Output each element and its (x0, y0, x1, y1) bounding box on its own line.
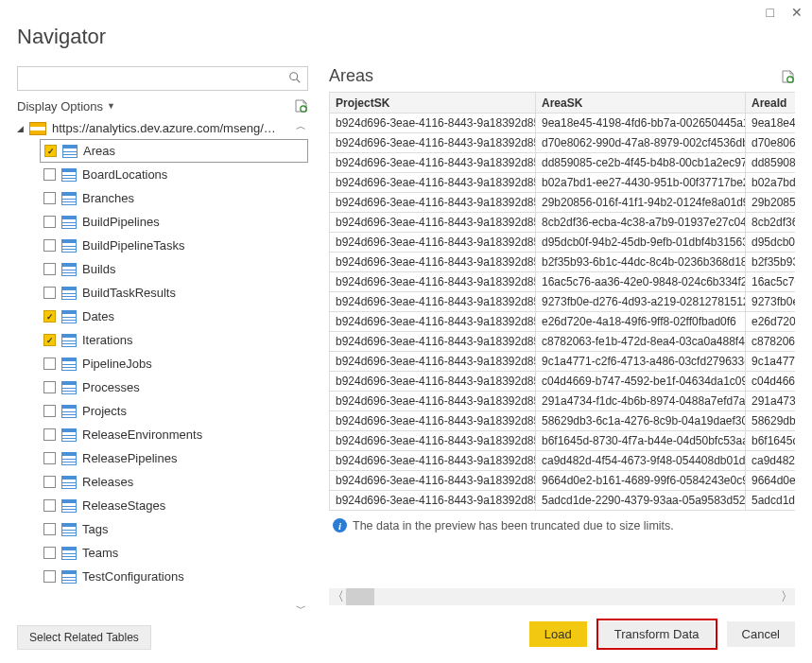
tree-scrollbar[interactable]: ︿ ﹀ (293, 119, 308, 616)
cell: 9273fb0e (746, 292, 796, 312)
tree-item-releasestages[interactable]: ReleaseStages (40, 494, 308, 517)
table-row[interactable]: b924d696-3eae-4116-8443-9a18392d85449273… (330, 292, 796, 312)
table-row[interactable]: b924d696-3eae-4116-8443-9a18392d85449ea1… (330, 113, 796, 133)
table-row[interactable]: b924d696-3eae-4116-8443-9a18392d8544dd85… (330, 153, 796, 173)
checkbox[interactable] (43, 405, 56, 417)
checkbox[interactable] (43, 452, 56, 464)
checkbox[interactable] (43, 570, 56, 583)
table-row[interactable]: b924d696-3eae-4116-8443-9a18392d8544ca9d… (330, 451, 796, 471)
table-row[interactable]: b924d696-3eae-4116-8443-9a18392d8544e26d… (330, 312, 796, 332)
tree-item-dates[interactable]: Dates (40, 305, 308, 328)
tree-item-areas[interactable]: Areas (40, 139, 308, 163)
maximize-icon[interactable]: □ (767, 6, 774, 19)
column-header[interactable]: ProjectSK (330, 93, 536, 113)
checkbox[interactable] (43, 168, 56, 181)
checkbox[interactable] (43, 263, 56, 275)
search-box[interactable] (17, 66, 308, 91)
tree-item-buildtaskresults[interactable]: BuildTaskResults (40, 281, 308, 305)
table-row[interactable]: b924d696-3eae-4116-8443-9a18392d8544291a… (330, 392, 796, 411)
checkbox[interactable] (43, 216, 56, 228)
table-row[interactable]: b924d696-3eae-4116-8443-9a18392d85449c1a… (330, 352, 796, 372)
close-icon[interactable]: ✕ (791, 6, 803, 19)
table-row[interactable]: b924d696-3eae-4116-8443-9a18392d85449664… (330, 471, 796, 491)
checkbox[interactable] (43, 428, 56, 441)
scroll-left-icon[interactable]: 〈 (329, 588, 346, 605)
tree-item-label: ReleaseStages (82, 498, 165, 513)
tree-item-buildpipelinetasks[interactable]: BuildPipelineTasks (40, 234, 308, 257)
cell: b6f1645d-8730-4f7a-b44e-04d50bfc53aa (536, 431, 746, 451)
table-icon (61, 523, 77, 536)
table-row[interactable]: b924d696-3eae-4116-8443-9a18392d85445862… (330, 411, 796, 431)
cell: b924d696-3eae-4116-8443-9a18392d8544 (330, 312, 536, 332)
column-header[interactable]: AreaSK (536, 93, 746, 113)
scroll-right-icon[interactable]: 〉 (778, 588, 795, 605)
checkbox[interactable] (43, 310, 56, 323)
connection-node[interactable]: ◢ https://analytics.dev.azure.com/mseng/… (17, 119, 308, 139)
table-row[interactable]: b924d696-3eae-4116-8443-9a18392d8544b2f3… (330, 253, 796, 272)
checkbox[interactable] (43, 287, 56, 299)
table-row[interactable]: b924d696-3eae-4116-8443-9a18392d8544c04d… (330, 372, 796, 392)
table-row[interactable]: b924d696-3eae-4116-8443-9a18392d854429b2… (330, 193, 796, 213)
tree-item-testconfigurations[interactable]: TestConfigurations (40, 565, 308, 588)
preview-refresh-icon[interactable] (780, 69, 795, 84)
checkbox[interactable] (43, 523, 56, 535)
search-input[interactable] (24, 71, 288, 87)
cancel-button[interactable]: Cancel (727, 621, 795, 647)
search-icon[interactable] (288, 71, 302, 87)
tree-item-builds[interactable]: Builds (40, 257, 308, 281)
tree-item-pipelinejobs[interactable]: PipelineJobs (40, 352, 308, 375)
table-row[interactable]: b924d696-3eae-4116-8443-9a18392d8544b02a… (330, 173, 796, 193)
checkbox[interactable] (43, 476, 56, 488)
table-row[interactable]: b924d696-3eae-4116-8443-9a18392d85445adc… (330, 491, 796, 511)
refresh-icon[interactable] (293, 98, 308, 113)
chevron-down-icon: ▼ (107, 101, 115, 111)
checkbox[interactable] (43, 499, 56, 512)
tree-item-boardlocations[interactable]: BoardLocations (40, 163, 308, 186)
tree-item-releaseenvironments[interactable]: ReleaseEnvironments (40, 423, 308, 446)
tree-item-processes[interactable]: Processes (40, 375, 308, 399)
scroll-down-icon[interactable]: ﹀ (296, 602, 306, 616)
tree-item-tags[interactable]: Tags (40, 517, 308, 541)
table-row[interactable]: b924d696-3eae-4116-8443-9a18392d8544d95d… (330, 233, 796, 253)
cell: ca9d482d (746, 451, 796, 471)
cell: b924d696-3eae-4116-8443-9a18392d8544 (330, 173, 536, 193)
checkbox[interactable] (43, 239, 56, 252)
cell: b924d696-3eae-4116-8443-9a18392d8544 (330, 491, 536, 511)
table-row[interactable]: b924d696-3eae-4116-8443-9a18392d8544b6f1… (330, 431, 796, 451)
tree-item-releases[interactable]: Releases (40, 470, 308, 494)
cell: 291a4734-f1dc-4b6b-8974-0488a7efd7ae (536, 392, 746, 411)
checkbox[interactable] (43, 192, 56, 204)
table-row[interactable]: b924d696-3eae-4116-8443-9a18392d8544c878… (330, 332, 796, 352)
select-related-tables-button[interactable]: Select Related Tables (17, 625, 151, 650)
tree-item-buildpipelines[interactable]: BuildPipelines (40, 210, 308, 234)
transform-data-button[interactable]: Transform Data (599, 621, 715, 647)
tree-item-teams[interactable]: Teams (40, 541, 308, 565)
table-row[interactable]: b924d696-3eae-4116-8443-9a18392d8544d70e… (330, 133, 796, 153)
scroll-up-icon[interactable]: ︿ (296, 119, 306, 133)
tree-item-iterations[interactable]: Iterations (40, 328, 308, 352)
tree-item-label: Processes (82, 380, 140, 394)
scroll-thumb[interactable] (346, 588, 374, 605)
truncated-message: i The data in the preview has been trunc… (329, 511, 795, 540)
tree-item-branches[interactable]: Branches (40, 186, 308, 210)
cell: d95dcb0f (746, 233, 796, 253)
checkbox[interactable] (43, 358, 56, 370)
tree-item-releasepipelines[interactable]: ReleasePipelines (40, 446, 308, 470)
table-row[interactable]: b924d696-3eae-4116-8443-9a18392d85448cb2… (330, 213, 796, 233)
tree-item-label: Projects (82, 404, 127, 418)
checkbox[interactable] (43, 547, 56, 559)
column-header[interactable]: AreaId (746, 93, 796, 113)
svg-line-1 (297, 79, 301, 82)
checkbox[interactable] (43, 381, 56, 393)
checkbox[interactable] (44, 145, 57, 157)
table-icon (61, 168, 77, 182)
collapse-icon[interactable]: ◢ (17, 124, 24, 133)
tree-item-projects[interactable]: Projects (40, 399, 308, 423)
horizontal-scrollbar[interactable]: 〈 〉 (329, 588, 795, 605)
table-row[interactable]: b924d696-3eae-4116-8443-9a18392d854416ac… (330, 272, 796, 292)
display-options-dropdown[interactable]: Display Options ▼ (17, 99, 115, 113)
cell: dd859085-ce2b-4f45-b4b8-00cb1a2ec975 (536, 153, 746, 173)
cell: b924d696-3eae-4116-8443-9a18392d8544 (330, 332, 536, 352)
load-button[interactable]: Load (529, 621, 587, 647)
checkbox[interactable] (43, 334, 56, 346)
